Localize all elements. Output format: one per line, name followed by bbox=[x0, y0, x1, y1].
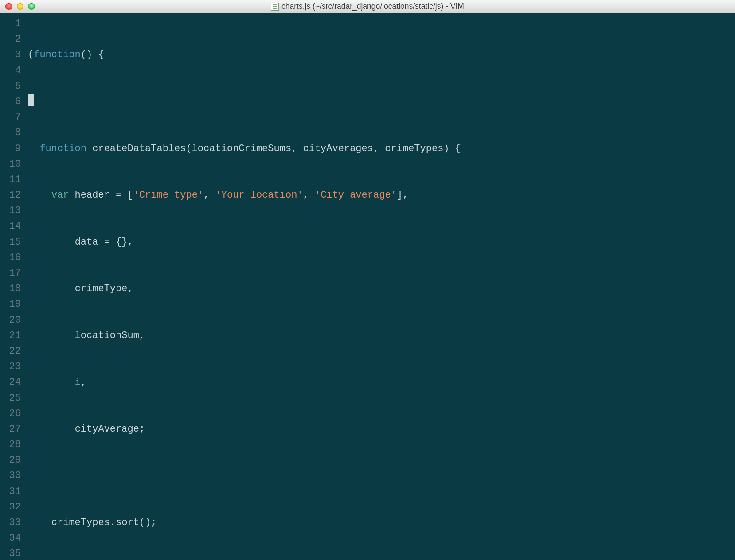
line-number: 21 bbox=[0, 328, 25, 343]
line-number: 3 bbox=[0, 47, 25, 62]
line-number: 1 bbox=[0, 16, 25, 31]
line-number: 22 bbox=[0, 343, 25, 359]
cursor bbox=[28, 94, 34, 106]
zoom-window-button[interactable] bbox=[28, 3, 35, 10]
code-content[interactable]: (function() { function createDataTables(… bbox=[25, 13, 735, 560]
line-number: 24 bbox=[0, 374, 25, 390]
code-line: locationSum, bbox=[28, 328, 735, 343]
line-number: 34 bbox=[0, 530, 25, 546]
line-number: 8 bbox=[0, 125, 25, 140]
window-title: charts.js (~/src/radar_django/locations/… bbox=[281, 2, 464, 11]
line-number-gutter: 1234567891011121314151617181920212223242… bbox=[0, 13, 25, 560]
line-number: 16 bbox=[0, 250, 25, 265]
line-number: 4 bbox=[0, 63, 25, 78]
line-number: 9 bbox=[0, 141, 25, 156]
line-number: 5 bbox=[0, 78, 25, 94]
line-number: 33 bbox=[0, 515, 25, 530]
window-titlebar: charts.js (~/src/radar_django/locations/… bbox=[0, 0, 735, 13]
code-line bbox=[28, 468, 735, 484]
code-line bbox=[28, 94, 735, 109]
line-number: 28 bbox=[0, 437, 25, 452]
window-title-wrap: charts.js (~/src/radar_django/locations/… bbox=[0, 0, 735, 13]
line-number: 11 bbox=[0, 172, 25, 187]
line-number: 10 bbox=[0, 156, 25, 172]
line-number: 2 bbox=[0, 31, 25, 47]
code-line: var header = ['Crime type', 'Your locati… bbox=[28, 187, 735, 203]
code-line: crimeType, bbox=[28, 281, 735, 296]
code-line: data = {}, bbox=[28, 234, 735, 250]
line-number: 23 bbox=[0, 359, 25, 374]
line-number: 26 bbox=[0, 406, 25, 421]
line-number: 14 bbox=[0, 218, 25, 234]
line-number: 35 bbox=[0, 546, 25, 560]
line-number: 32 bbox=[0, 499, 25, 515]
code-line: (function() { bbox=[28, 47, 735, 62]
line-number: 13 bbox=[0, 203, 25, 218]
code-line: cityAverage; bbox=[28, 421, 735, 437]
line-number: 6 bbox=[0, 94, 25, 109]
code-line: i, bbox=[28, 375, 735, 390]
line-number: 31 bbox=[0, 484, 25, 499]
editor-area[interactable]: 1234567891011121314151617181920212223242… bbox=[0, 13, 735, 560]
line-number: 30 bbox=[0, 468, 25, 483]
line-number: 7 bbox=[0, 109, 25, 125]
document-icon bbox=[271, 3, 279, 11]
line-number: 27 bbox=[0, 421, 25, 437]
line-number: 15 bbox=[0, 234, 25, 250]
code-line: crimeTypes.sort(); bbox=[28, 515, 735, 530]
line-number: 29 bbox=[0, 452, 25, 468]
line-number: 18 bbox=[0, 281, 25, 296]
minimize-window-button[interactable] bbox=[17, 3, 24, 10]
line-number: 20 bbox=[0, 312, 25, 328]
line-number: 25 bbox=[0, 390, 25, 406]
line-number: 17 bbox=[0, 265, 25, 281]
code-line: function createDataTables(locationCrimeS… bbox=[28, 141, 735, 156]
line-number: 19 bbox=[0, 296, 25, 312]
traffic-lights bbox=[0, 3, 35, 10]
line-number: 12 bbox=[0, 187, 25, 203]
close-window-button[interactable] bbox=[5, 3, 12, 10]
